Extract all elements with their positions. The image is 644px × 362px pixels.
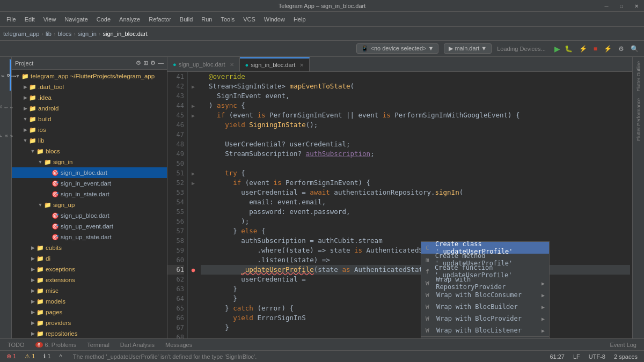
tree-item-models[interactable]: ▶ 📁 models [12,296,167,307]
tree-item-sign-in-bloc[interactable]: 🎯 sign_in_bloc.dart [12,167,167,178]
project-close-icon[interactable]: — [158,60,164,67]
menu-analyze[interactable]: Analyze [116,15,143,24]
profile-button[interactable]: ⚡ [577,44,589,54]
ac-item-wrap-bloclistener[interactable]: W Wrap with BlocListener ▶ [421,324,549,336]
ac-item-wrap-blocprovider[interactable]: W Wrap with BlocProvider ▶ [421,313,549,324]
bottom-tab-problems[interactable]: 6 6: Problems [31,339,81,350]
ac-label: Wrap with BlocListener [436,327,522,334]
breadcrumb-lib[interactable]: lib [46,31,52,37]
tree-item-sign-in-event[interactable]: 🎯 sign_in_event.dart [12,178,167,189]
tree-item-blocs[interactable]: ▼ 📁 blocs [12,146,167,157]
status-lf[interactable]: LF [571,353,582,360]
tree-item-repositories[interactable]: ▶ 📁 repositories [12,328,167,338]
flutter-outline-label[interactable]: Flutter Outline [636,59,641,94]
device-selector[interactable]: 📱 <no device selected> ▼ [356,43,438,54]
tab-sign-in-bloc[interactable]: ● sign_in_bloc.dart ✕ [240,57,310,71]
status-info-count[interactable]: ℹ 1 [41,353,53,360]
tree-item-misc[interactable]: ▶ 📁 misc [12,285,167,296]
tree-item-pages[interactable]: ▶ 📁 pages [12,307,167,317]
ac-function-icon: f [426,268,431,275]
hot-reload-button[interactable]: ⚡ [602,44,614,54]
bottom-tab-todo[interactable]: TODO [3,339,29,350]
main-dart-selector[interactable]: ▶ main.dart ▼ [444,43,492,54]
menu-build[interactable]: Build [177,15,196,24]
bottom-tab-messages[interactable]: Messages [161,339,196,350]
project-settings-icon[interactable]: ⚙ [136,60,141,67]
ac-item-wrap-repository[interactable]: W Wrap with RepositoryProvider ▶ [421,277,549,289]
bottom-tab-terminal[interactable]: Terminal [83,339,114,350]
ac-item-wrap-blocconsumer[interactable]: W Wrap with BlocConsumer ▶ [421,289,549,301]
menu-window[interactable]: Window [261,15,288,24]
breadcrumb-project[interactable]: telegram_app [3,31,39,37]
code-line-53: userCredential = await authenticationRep… [201,188,630,197]
status-error-count[interactable]: ⊗ 1 [4,353,18,360]
tab-sign-up-bloc[interactable]: ● sign_up_bloc.dart ✕ [167,57,240,71]
menu-vcs[interactable]: VCS [240,15,259,24]
status-position[interactable]: 61:27 [547,353,567,360]
menu-navigate[interactable]: Navigate [61,15,91,24]
tree-item-sign-up-state[interactable]: 🎯 sign_up_state.dart [12,232,167,242]
maximize-button[interactable]: □ [614,0,629,12]
tree-item-idea[interactable]: ▶ 📁 .idea [12,92,167,103]
tree-item-ios[interactable]: ▶ 📁 ios [12,124,167,135]
tab-label: Dart Analysis [120,342,155,348]
tree-label: telegram_app ~/FlutterProjects/telegram_… [31,73,155,79]
menu-run[interactable]: Run [198,15,215,24]
tree-item-root[interactable]: ▼ 📁 telegram_app ~/FlutterProjects/teleg… [12,71,167,82]
editor-content[interactable]: 41 42 43 44 45 46 47 48 49 50 51 52 53 5… [167,72,632,338]
tree-item-sign-up-folder[interactable]: ▼ 📁 sign_up [12,200,167,210]
code-line-63: } [201,284,630,294]
ac-arrow-icon: ▶ [541,292,545,298]
bottom-tab-dart-analysis[interactable]: Dart Analysis [116,339,159,350]
tree-item-sign-in-folder[interactable]: ▼ 📁 sign_in [12,157,167,167]
menu-file[interactable]: File [3,15,19,24]
menu-view[interactable]: View [40,15,60,24]
menu-help[interactable]: Help [290,15,309,24]
ac-class-icon: C [426,245,432,252]
settings-button[interactable]: ⚙ [616,44,626,54]
tree-item-providers[interactable]: ▶ 📁 providers [12,317,167,328]
tree-item-dart-tool[interactable]: ▶ 📁 .dart_tool [12,82,167,92]
sidebar-icon-project[interactable]: Proj [1,59,11,91]
tree-item-sign-up-bloc[interactable]: 🎯 sign_up_bloc.dart [12,210,167,221]
tab-close-icon[interactable]: ✕ [230,62,234,68]
tree-item-exceptions[interactable]: ▶ 📁 exceptions [12,264,167,275]
status-warning-count[interactable]: ⚠ 1 [23,353,37,360]
ac-item-wrap-blocbuilder[interactable]: W Wrap with BlocBuilder ▶ [421,301,549,313]
event-log-label[interactable]: Event Log [605,342,641,348]
sidebar-icon-structure[interactable]: Str [1,93,11,120]
tree-item-extensions[interactable]: ▶ 📁 extensions [12,275,167,285]
tree-item-sign-in-state[interactable]: 🎯 sign_in_state.dart [12,189,167,200]
menu-code[interactable]: Code [93,15,114,24]
project-layout-icon[interactable]: ⊞ [143,60,148,67]
tree-item-lib[interactable]: ▼ 📁 lib [12,135,167,146]
menu-tools[interactable]: Tools [217,15,238,24]
tree-item-build[interactable]: ▼ 📁 build [12,114,167,124]
run-toolbar: 📱 <no device selected> ▼ ▶ main.dart ▼ L… [0,41,644,57]
status-indent[interactable]: 2 spaces [612,353,640,360]
tab-close-icon[interactable]: ✕ [299,62,304,68]
tree-item-android[interactable]: ▶ 📁 android [12,103,167,114]
minimize-button[interactable]: ─ [599,0,614,12]
breadcrumb-file[interactable]: sign_in_bloc.dart [103,31,148,37]
close-button[interactable]: ✕ [629,0,644,12]
menu-refactor[interactable]: Refactor [145,15,174,24]
breadcrumb-blocs[interactable]: blocs [58,31,72,37]
stop-button[interactable]: ■ [591,44,599,54]
tree-item-cubits[interactable]: ▶ 📁 cubits [12,242,167,253]
run-button[interactable]: ▶ [554,45,560,53]
sidebar-icon-favorites[interactable]: Fav [1,122,11,149]
breadcrumb-sign-in[interactable]: sign_in [78,31,97,37]
search-all-button[interactable]: 🔍 [628,44,641,54]
code-editor[interactable]: @override Stream<SignInState> mapEventTo… [199,72,632,338]
project-gear-icon[interactable]: ⚙ [150,60,156,67]
flutter-performance-label[interactable]: Flutter Performance [636,96,641,143]
status-vcs[interactable]: ^ [57,353,64,360]
tree-label: models [46,298,65,305]
debug-button[interactable]: 🐛 [562,44,575,54]
status-encoding[interactable]: UTF-8 [587,353,608,360]
tree-label: sign_in_event.dart [61,180,111,187]
tree-item-sign-up-event[interactable]: 🎯 sign_up_event.dart [12,221,167,232]
menu-edit[interactable]: Edit [21,15,38,24]
tree-item-di[interactable]: ▶ 📁 di [12,253,167,264]
